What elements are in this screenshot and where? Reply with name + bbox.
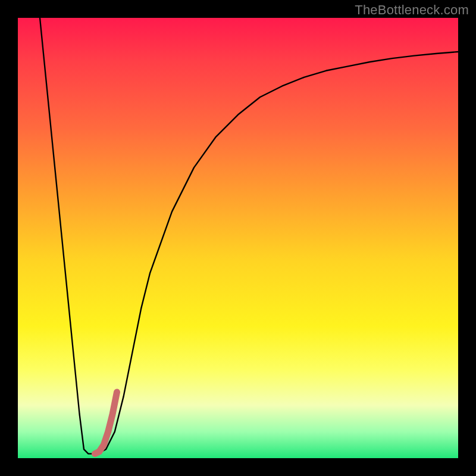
watermark-text: TheBottleneck.com bbox=[355, 2, 469, 18]
plot-area bbox=[18, 18, 458, 458]
bottleneck-curve-path bbox=[40, 18, 458, 454]
curve-svg bbox=[18, 18, 458, 458]
highlight-segment-path bbox=[95, 392, 117, 454]
chart-frame: TheBottleneck.com bbox=[0, 0, 476, 476]
